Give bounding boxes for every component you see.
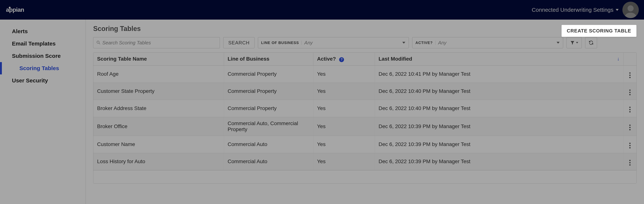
cell-modified: Dec 6, 2022 10:39 PM by Manager Test: [375, 117, 623, 136]
cell-active: Yes: [313, 100, 375, 117]
help-icon[interactable]: ?: [339, 57, 344, 62]
row-actions-menu[interactable]: [628, 71, 632, 79]
cell-name: Loss History for Auto: [93, 153, 224, 170]
sidebar-item-alerts[interactable]: Alerts: [0, 25, 86, 38]
cell-actions: [623, 136, 636, 153]
filter-line-of-business[interactable]: LINE OF BUSINESS Any: [258, 37, 409, 48]
svg-point-2: [628, 5, 634, 11]
row-actions-menu[interactable]: [628, 106, 632, 114]
row-actions-menu[interactable]: [628, 141, 632, 149]
content: CREATE SCORING TABLE Scoring Tables SEAR…: [86, 20, 644, 204]
sidebar-item-scoring-tables[interactable]: Scoring Tables: [0, 62, 86, 74]
filter-lob-label: LINE OF BUSINESS: [261, 41, 302, 45]
col-header-modified[interactable]: Last Modified ↓: [375, 53, 623, 65]
table-row[interactable]: Loss History for AutoCommercial AutoYesD…: [93, 153, 636, 170]
header-app-dropdown[interactable]: Connected Underwriting Settings: [532, 7, 619, 13]
app-header: appian Connected Underwriting Settings: [0, 0, 644, 20]
caret-down-icon: [402, 42, 405, 44]
filter-lob-value: Any: [304, 40, 313, 46]
cell-name: Roof Age: [93, 65, 224, 83]
cell-actions: [623, 100, 636, 117]
sidebar-label: User Security: [12, 77, 48, 84]
col-header-name[interactable]: Scoring Table Name: [93, 53, 224, 65]
appian-logo: appian: [6, 6, 36, 14]
row-actions-menu[interactable]: [628, 123, 632, 131]
cell-lob: Commercial Auto, Commercial Property: [224, 117, 313, 136]
create-scoring-table-button[interactable]: CREATE SCORING TABLE: [562, 25, 636, 37]
sidebar-item-submission-score[interactable]: Submission Score: [0, 50, 86, 62]
cell-modified: Dec 6, 2022 10:40 PM by Manager Test: [375, 100, 623, 117]
sidebar-label: Scoring Tables: [20, 65, 59, 71]
table-row[interactable]: Customer NameCommercial AutoYesDec 6, 20…: [93, 136, 636, 153]
search-icon: [96, 41, 100, 45]
cell-name: Broker Office: [93, 117, 224, 136]
sidebar-item-user-security[interactable]: User Security: [0, 74, 86, 87]
header-right: Connected Underwriting Settings: [532, 2, 639, 18]
sort-descending-icon: ↓: [617, 56, 620, 62]
cell-active: Yes: [313, 136, 375, 153]
sidebar-label: Alerts: [12, 28, 28, 34]
search-input[interactable]: [102, 40, 217, 46]
col-header-active[interactable]: Active? ?: [313, 53, 375, 65]
cell-actions: [623, 65, 636, 83]
caret-down-icon: [556, 42, 560, 44]
cell-lob: Commercial Property: [224, 65, 313, 83]
scoring-tables-grid: Scoring Table Name Line of Business Acti…: [93, 52, 636, 183]
cell-actions: [623, 83, 636, 100]
cell-actions: [623, 153, 636, 170]
filter-options-button[interactable]: [566, 37, 582, 48]
cell-modified: Dec 6, 2022 10:41 PM by Manager Test: [375, 65, 623, 83]
table-footer: [93, 170, 636, 183]
caret-down-icon: [576, 42, 578, 44]
main-layout: Alerts Email Templates Submission Score …: [0, 20, 644, 204]
cell-modified: Dec 6, 2022 10:40 PM by Manager Test: [375, 83, 623, 100]
cell-active: Yes: [313, 117, 375, 136]
funnel-icon: [570, 40, 575, 45]
col-label: Last Modified: [379, 56, 412, 62]
col-header-actions: [623, 53, 636, 65]
cell-lob: Commercial Property: [224, 83, 313, 100]
refresh-icon: [589, 40, 594, 45]
svg-line-4: [99, 43, 100, 44]
filter-active[interactable]: ACTIVE? Any: [412, 37, 563, 48]
svg-text:appian: appian: [6, 6, 24, 13]
page-title: Scoring Tables: [93, 25, 636, 33]
col-label: Line of Business: [228, 56, 270, 62]
cell-active: Yes: [313, 83, 375, 100]
header-app-title: Connected Underwriting Settings: [532, 7, 614, 13]
cell-lob: Commercial Auto: [224, 136, 313, 153]
cell-modified: Dec 6, 2022 10:39 PM by Manager Test: [375, 153, 623, 170]
cell-lob: Commercial Auto: [224, 153, 313, 170]
cell-actions: [623, 117, 636, 136]
caret-down-icon: [616, 9, 619, 11]
toolbar: SEARCH LINE OF BUSINESS Any ACTIVE? Any: [93, 37, 636, 48]
create-button-wrap: CREATE SCORING TABLE: [562, 25, 636, 37]
table-row[interactable]: Broker OfficeCommercial Auto, Commercial…: [93, 117, 636, 136]
col-label: Active?: [317, 56, 336, 62]
cell-name: Customer State Property: [93, 83, 224, 100]
cell-active: Yes: [313, 65, 375, 83]
svg-point-3: [97, 41, 99, 43]
row-actions-menu[interactable]: [628, 88, 632, 96]
col-label: Scoring Table Name: [97, 56, 147, 62]
cell-modified: Dec 6, 2022 10:39 PM by Manager Test: [375, 136, 623, 153]
user-avatar[interactable]: [622, 2, 639, 18]
cell-lob: Commercial Property: [224, 100, 313, 117]
search-field-wrap[interactable]: [93, 37, 220, 48]
cell-active: Yes: [313, 153, 375, 170]
svg-point-1: [9, 7, 10, 9]
cell-name: Broker Address State: [93, 100, 224, 117]
sidebar-item-email-templates[interactable]: Email Templates: [0, 38, 86, 50]
sidebar: Alerts Email Templates Submission Score …: [0, 20, 86, 204]
row-actions-menu[interactable]: [628, 159, 632, 167]
search-button[interactable]: SEARCH: [223, 37, 254, 48]
refresh-button[interactable]: [585, 37, 597, 48]
table-row[interactable]: Broker Address StateCommercial PropertyY…: [93, 100, 636, 117]
table-row[interactable]: Roof AgeCommercial PropertyYesDec 6, 202…: [93, 65, 636, 83]
filter-active-value: Any: [438, 40, 446, 46]
sidebar-label: Submission Score: [12, 53, 61, 59]
filter-active-label: ACTIVE?: [415, 41, 436, 45]
cell-name: Customer Name: [93, 136, 224, 153]
table-row[interactable]: Customer State PropertyCommercial Proper…: [93, 83, 636, 100]
col-header-lob[interactable]: Line of Business: [224, 53, 313, 65]
